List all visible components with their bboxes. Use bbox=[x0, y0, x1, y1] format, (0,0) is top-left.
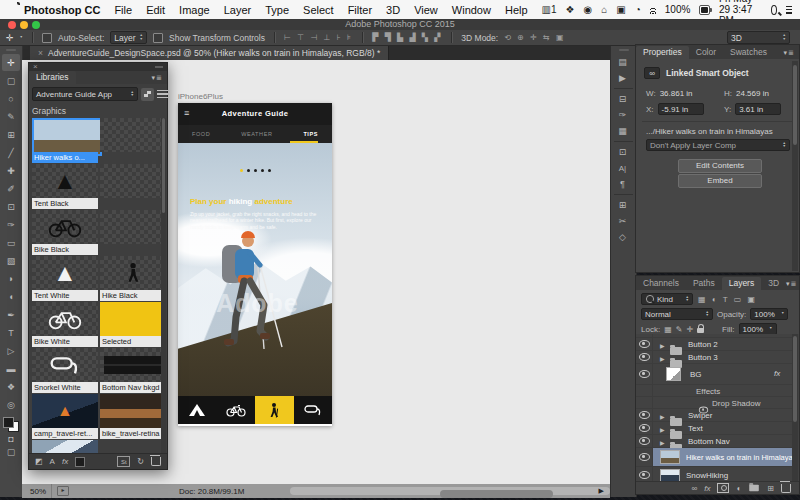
panel-grip[interactable] bbox=[155, 66, 163, 68]
dodge-tool[interactable]: ◖ bbox=[2, 288, 20, 305]
library-item-bike-travel[interactable] bbox=[100, 394, 166, 428]
wifi-icon[interactable] bbox=[650, 6, 656, 14]
layer-row-group[interactable]: ▶ Button 3 bbox=[636, 351, 795, 364]
brush-presets-panel-icon[interactable]: ▦ bbox=[611, 123, 634, 139]
tab-color[interactable]: Color bbox=[689, 46, 723, 59]
quick-selection-tool[interactable]: ✎ bbox=[2, 108, 20, 125]
crop-tool[interactable]: ⊞ bbox=[2, 126, 20, 143]
list-view-button[interactable] bbox=[157, 90, 168, 98]
zoom-tool[interactable]: ◎ bbox=[2, 396, 20, 413]
library-item-bottom-nav-bkgd[interactable] bbox=[100, 348, 166, 382]
camera-status-icon[interactable]: ◉ bbox=[584, 4, 593, 15]
brush-tool[interactable]: ✐ bbox=[2, 180, 20, 197]
timeline-panel-icon[interactable]: ◇ bbox=[611, 229, 634, 245]
menu-file[interactable]: File bbox=[114, 4, 132, 16]
layer-filter-icons[interactable]: ▦ ◐ T ▭ ▣ bbox=[698, 295, 757, 304]
layer-row-group[interactable]: ▶ Swiper bbox=[636, 409, 795, 422]
layer-name[interactable]: Bottom Nav bbox=[688, 437, 730, 446]
library-item-tent-white[interactable]: ▲ bbox=[32, 256, 98, 290]
grid-view-button[interactable] bbox=[141, 88, 154, 101]
filter-kind-dropdown[interactable]: Kind▲ ▼ bbox=[641, 293, 693, 305]
fx-badge[interactable]: fx bbox=[774, 369, 780, 378]
brush-panel-icon[interactable]: ✑ bbox=[611, 107, 634, 123]
bottomnav-bike[interactable] bbox=[217, 396, 256, 424]
layer-row-bg[interactable]: BG fx bbox=[636, 364, 795, 385]
h-scrollbar[interactable] bbox=[290, 487, 610, 495]
type-tool[interactable]: T bbox=[2, 324, 20, 341]
library-item-bike-black[interactable] bbox=[32, 210, 98, 244]
zoom-window-button[interactable] bbox=[32, 21, 40, 29]
hamburger-icon[interactable]: ≡ bbox=[184, 109, 189, 118]
libraries-scrollbar-thumb[interactable] bbox=[162, 118, 165, 213]
lock-all-icon[interactable] bbox=[697, 328, 704, 333]
menu-type[interactable]: Type bbox=[265, 4, 289, 16]
library-item-label[interactable]: Bike White bbox=[32, 336, 98, 347]
effects-label[interactable]: Effects bbox=[696, 387, 720, 396]
layer-name[interactable]: Button 3 bbox=[688, 353, 718, 362]
library-item-hidden[interactable] bbox=[100, 210, 166, 244]
new-layer-icon[interactable]: ⊞ bbox=[767, 484, 774, 493]
add-char-style-icon[interactable]: A bbox=[50, 457, 55, 466]
library-item-hiker[interactable] bbox=[32, 118, 102, 156]
layer-name[interactable]: SnowHiking bbox=[686, 471, 728, 480]
carousel-dot[interactable] bbox=[261, 169, 264, 172]
visibility-eye-icon[interactable] bbox=[639, 453, 650, 461]
menu-select[interactable]: Select bbox=[303, 4, 334, 16]
pen-tool[interactable]: ✒ bbox=[2, 306, 20, 323]
menu-edit[interactable]: Edit bbox=[146, 4, 165, 16]
w-value[interactable]: 36.861 in bbox=[660, 89, 693, 98]
status-flyout-arrow[interactable]: ▶ bbox=[599, 487, 604, 495]
dock-grip[interactable] bbox=[619, 49, 629, 51]
toolbar-grip[interactable] bbox=[6, 49, 16, 51]
path-selection-tool[interactable]: ▷ bbox=[2, 342, 20, 359]
menu-help[interactable]: Help bbox=[505, 4, 528, 16]
library-select-dropdown[interactable]: Adventure Guide App▲ ▼ bbox=[32, 87, 138, 101]
lock-pixels-icon[interactable]: ✎ bbox=[676, 325, 683, 334]
close-tab-icon[interactable]: × bbox=[38, 48, 43, 58]
lasso-tool[interactable]: ○ bbox=[2, 90, 20, 107]
current-tool-icon[interactable]: ✛ bbox=[6, 33, 14, 43]
close-window-button[interactable] bbox=[8, 21, 16, 29]
actions-panel-icon[interactable]: ▶ bbox=[611, 70, 634, 86]
layer-row-group[interactable]: ▶ Text bbox=[636, 422, 795, 435]
layer-name[interactable]: BG bbox=[690, 370, 702, 379]
show-transform-checkbox[interactable] bbox=[153, 33, 163, 43]
carousel-dots[interactable] bbox=[178, 169, 332, 172]
app-menu[interactable]: Photoshop CC bbox=[24, 4, 100, 16]
layer-row-group[interactable]: ▶ Button 2 bbox=[636, 338, 795, 351]
spotlight-icon[interactable] bbox=[771, 5, 777, 15]
menu-filter[interactable]: Filter bbox=[348, 4, 372, 16]
bottomnav-hike-active[interactable] bbox=[255, 396, 294, 424]
layer-row-group[interactable]: ▶ Bottom Nav bbox=[636, 435, 795, 448]
lock-position-icon[interactable]: ✛ bbox=[686, 325, 693, 334]
clone-source-panel-icon[interactable]: ⊡ bbox=[611, 144, 634, 160]
layer-name[interactable]: Hiker walks on train in Himalayas bbox=[686, 453, 796, 462]
panel-menu-icon[interactable]: ▾≣ bbox=[784, 46, 795, 59]
tool-preset-caret[interactable]: ▼ bbox=[20, 36, 23, 40]
library-item-label[interactable]: Tent White bbox=[32, 290, 98, 301]
visibility-eye-icon[interactable] bbox=[639, 437, 650, 445]
embed-button[interactable]: Embed bbox=[678, 174, 762, 188]
compass-status-icon[interactable]: ◔ bbox=[635, 4, 641, 15]
character-panel-icon[interactable]: A| bbox=[611, 160, 634, 176]
tab-3d[interactable]: 3D bbox=[761, 277, 786, 290]
visibility-eye-icon[interactable] bbox=[639, 471, 650, 479]
auto-select-dropdown[interactable]: Layer▲ ▼ bbox=[110, 31, 147, 44]
expand-arrow-icon[interactable]: ▶ bbox=[660, 426, 665, 433]
delete-layer-icon[interactable] bbox=[781, 484, 791, 493]
menu-window[interactable]: Window bbox=[452, 4, 491, 16]
sync-icon[interactable]: ↻ bbox=[137, 457, 144, 466]
add-layer-style-icon[interactable]: fx bbox=[62, 457, 68, 466]
menu-3d[interactable]: 3D bbox=[386, 4, 400, 16]
library-item-camp-travel[interactable]: ▲ bbox=[32, 394, 98, 428]
add-mask-icon[interactable] bbox=[717, 483, 729, 493]
3d-mode-buttons[interactable]: ⟲ ⊕ ✛ ⇆ ▣ bbox=[504, 33, 565, 42]
new-group-icon[interactable] bbox=[749, 485, 759, 491]
adjustment-layer-icon[interactable]: ◐ bbox=[736, 484, 741, 493]
delete-item-icon[interactable] bbox=[151, 457, 161, 466]
layer-thumbnail[interactable] bbox=[660, 450, 680, 464]
layer-row-selected[interactable]: Hiker walks on train in Himalayas bbox=[636, 448, 795, 467]
export-status-icon[interactable]: ▸ bbox=[57, 486, 69, 496]
expand-arrow-icon[interactable]: ▶ bbox=[660, 439, 665, 446]
library-item-partial[interactable] bbox=[32, 440, 98, 453]
